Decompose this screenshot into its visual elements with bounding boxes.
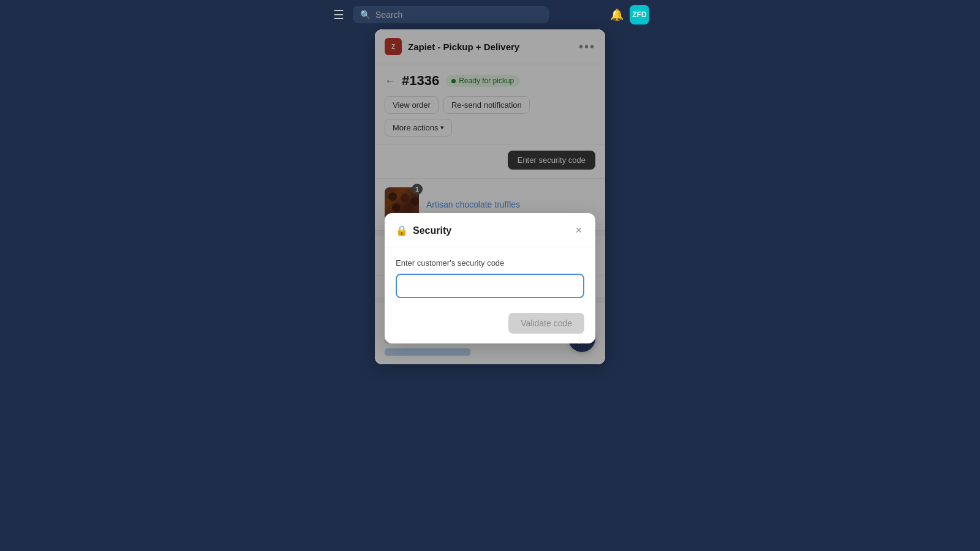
modal-body: Enter customer's security code	[385, 247, 595, 307]
bell-icon[interactable]: 🔔	[610, 8, 624, 21]
modal-title: Security	[413, 225, 451, 236]
modal-label: Enter customer's security code	[396, 258, 584, 268]
search-icon: 🔍	[360, 10, 371, 20]
top-bar: ☰ 🔍 Search 🔔 ZFD	[0, 0, 980, 29]
menu-icon[interactable]: ☰	[331, 5, 347, 24]
validate-code-button[interactable]: Validate code	[508, 313, 584, 334]
search-bar[interactable]: 🔍 Search	[353, 6, 549, 23]
modal-close-button[interactable]: ×	[573, 223, 584, 238]
modal-title-row: 🔒 Security	[396, 225, 451, 236]
search-label: Search	[375, 10, 402, 20]
main-panel: Z Zapiet - Pickup + Delivery ••• ← #1336…	[375, 29, 605, 364]
security-code-input[interactable]	[396, 274, 584, 298]
panel-scroll: Z Zapiet - Pickup + Delivery ••• ← #1336…	[375, 29, 605, 364]
top-bar-right: 🔔 ZFD	[610, 5, 649, 24]
modal-header: 🔒 Security ×	[385, 213, 595, 247]
avatar-badge[interactable]: ZFD	[630, 5, 649, 24]
lock-icon: 🔒	[396, 225, 408, 236]
security-modal: 🔒 Security × Enter customer's security c…	[385, 213, 595, 343]
modal-footer: Validate code	[385, 307, 595, 343]
